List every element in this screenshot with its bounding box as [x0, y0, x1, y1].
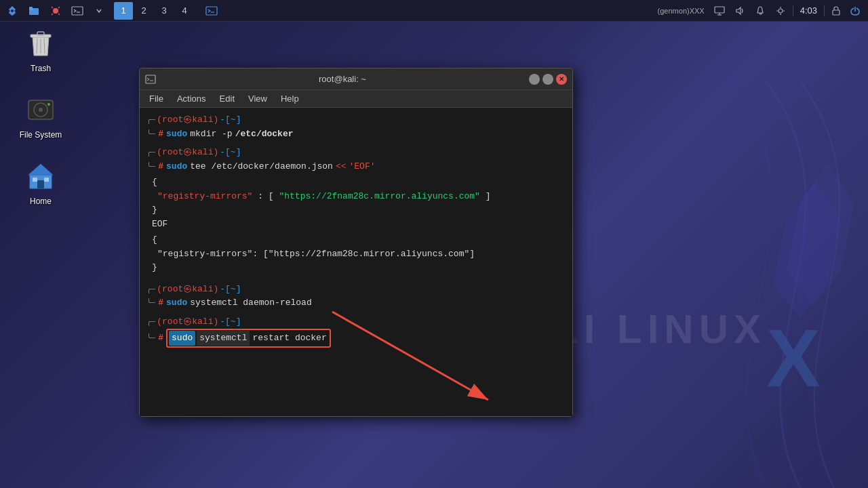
- trash-label: Trash: [31, 64, 51, 73]
- terminal-window: root@kali: ~ ✕ File Actions Edit View He…: [139, 68, 573, 417]
- term-row-2: ╭─ (root㉿kali) -[~]: [146, 146, 566, 159]
- svg-line-11: [58, 14, 60, 15]
- folder-icon: [28, 5, 40, 17]
- hash-4: #: [158, 331, 163, 345]
- display-icon[interactable]: [711, 5, 728, 17]
- sudo-highlighted: sudo: [169, 331, 195, 346]
- desktop-icons: Trash File System: [14, 27, 68, 206]
- arrow-3: ╭─: [146, 284, 155, 296]
- echo-key: "registry-mirrors": ["https://2fnam28c.m…: [157, 249, 475, 259]
- term-row-3: ╭─ (root㉿kali) -[~]: [146, 283, 566, 296]
- workspace-4[interactable]: 4: [175, 2, 194, 20]
- kali-menu-icon[interactable]: [3, 1, 22, 20]
- topbar-sep: [793, 5, 793, 16]
- prompt-dir-1: -[~]: [220, 113, 241, 127]
- system-monitor[interactable]: (genmon)XXX: [655, 5, 707, 16]
- svg-marker-19: [736, 7, 741, 14]
- svg-rect-14: [206, 7, 217, 15]
- workspace-switcher: 1 2 3 4: [114, 2, 194, 20]
- prompt-dir-4: -[~]: [220, 315, 241, 329]
- topbar: 1 2 3 4 (genmon)XXX: [0, 0, 868, 22]
- trash-icon[interactable]: Trash: [14, 27, 68, 73]
- brightness-svg: [775, 6, 786, 16]
- filesystem-label: File System: [20, 130, 62, 140]
- home-label: Home: [30, 197, 52, 206]
- terminal-titlebar: root@kali: ~ ✕: [140, 68, 572, 90]
- workspace-3[interactable]: 3: [155, 2, 174, 20]
- bell-svg: [755, 6, 766, 16]
- arrow-cmd-1: ╰─: [146, 129, 155, 140]
- terminal-content[interactable]: ╭─ (root㉿kali) -[~] ╰─ # sudo mkdir -p /…: [140, 108, 572, 416]
- svg-point-35: [47, 103, 50, 106]
- json-close-brace: }: [146, 203, 566, 217]
- prompt-user-2: (root㉿kali): [157, 146, 218, 159]
- hash-3: #: [158, 296, 163, 310]
- svg-rect-28: [37, 32, 44, 35]
- chevron-down-icon: [93, 5, 105, 17]
- terminal-svg-icon: [71, 5, 83, 17]
- files-icon[interactable]: [24, 1, 43, 20]
- menu-file[interactable]: File: [142, 92, 170, 106]
- menu-help[interactable]: Help: [274, 92, 306, 106]
- svg-marker-37: [28, 164, 53, 175]
- topbar-left: 1 2 3 4: [0, 1, 221, 20]
- svg-line-10: [52, 14, 53, 15]
- workspace-1[interactable]: 1: [114, 2, 133, 20]
- svg-point-34: [39, 108, 43, 112]
- svg-point-3: [11, 9, 14, 12]
- filesystem-icon[interactable]: File System: [14, 94, 68, 140]
- power-svg: [850, 6, 860, 16]
- system-info-text: (genmon)XXX: [658, 7, 705, 15]
- monitor-svg: [714, 6, 725, 16]
- json-close-bracket: ]: [486, 191, 491, 201]
- terminal-icon[interactable]: [68, 1, 87, 20]
- tee-cmd: tee /etc/docker/daemon.json: [190, 160, 333, 174]
- svg-point-7: [53, 8, 58, 14]
- active-terminal-icon[interactable]: [202, 1, 221, 20]
- term-cmd-3: ╰─ # sudo systemctl daemon-reload: [146, 296, 566, 310]
- menu-view[interactable]: View: [241, 92, 274, 106]
- eof-end: EOF: [146, 218, 566, 231]
- workspace-2[interactable]: 2: [134, 2, 153, 20]
- menu-edit[interactable]: Edit: [213, 92, 241, 106]
- svg-rect-39: [33, 178, 37, 182]
- power-icon[interactable]: [848, 5, 863, 17]
- minimize-button[interactable]: [529, 74, 540, 85]
- home-icon-img: [24, 160, 57, 192]
- term-cmd-4: ╰─ # sudo systemctl restart docker: [146, 329, 566, 348]
- svg-line-8: [52, 7, 53, 8]
- term-cmd-2: ╰─ # sudo tee /etc/docker/daemon.json <<…: [146, 160, 566, 174]
- echo-registry-line: "registry-mirrors": ["https://2fnam28c.m…: [146, 247, 566, 261]
- filesystem-icon-img: [24, 94, 57, 126]
- volume-icon[interactable]: [732, 5, 748, 17]
- redirect-cmd: <<: [336, 160, 347, 174]
- notifications-icon[interactable]: [752, 5, 768, 17]
- time-display: 4:03: [800, 5, 817, 16]
- topbar-right: (genmon)XXX: [655, 4, 868, 17]
- clock[interactable]: 4:03: [797, 4, 820, 17]
- svg-rect-40: [44, 178, 49, 182]
- json-val: "https://2fnam28c.mirror.aliyuncs.com": [279, 191, 479, 201]
- json-colon: : [: [258, 191, 273, 201]
- svg-rect-12: [72, 7, 83, 15]
- home-svg: [26, 161, 56, 191]
- prompt-dir-2: -[~]: [220, 146, 241, 159]
- arrow-4: ╭─: [146, 317, 155, 328]
- home-icon[interactable]: Home: [14, 160, 68, 206]
- volume-svg: [734, 6, 745, 16]
- trash-svg: [27, 28, 54, 58]
- menu-actions[interactable]: Actions: [170, 92, 213, 106]
- brightness-icon[interactable]: [772, 5, 789, 17]
- daemon-reload-cmd: systemctl daemon-reload: [190, 296, 311, 310]
- prompt-dir-3: -[~]: [220, 283, 241, 296]
- arrow-2: ╭─: [146, 147, 155, 159]
- lock-icon[interactable]: [829, 5, 844, 17]
- bug-svg-icon: [50, 5, 62, 17]
- topbar-dropdown[interactable]: [90, 1, 108, 20]
- bug-icon[interactable]: [46, 1, 65, 20]
- eof-str: 'EOF': [349, 160, 376, 174]
- highlighted-command-box: sudo systemctl restart docker: [166, 329, 331, 348]
- close-button[interactable]: ✕: [556, 74, 567, 85]
- maximize-button[interactable]: [542, 74, 553, 85]
- prompt-user-1: (root㉿kali): [157, 113, 218, 127]
